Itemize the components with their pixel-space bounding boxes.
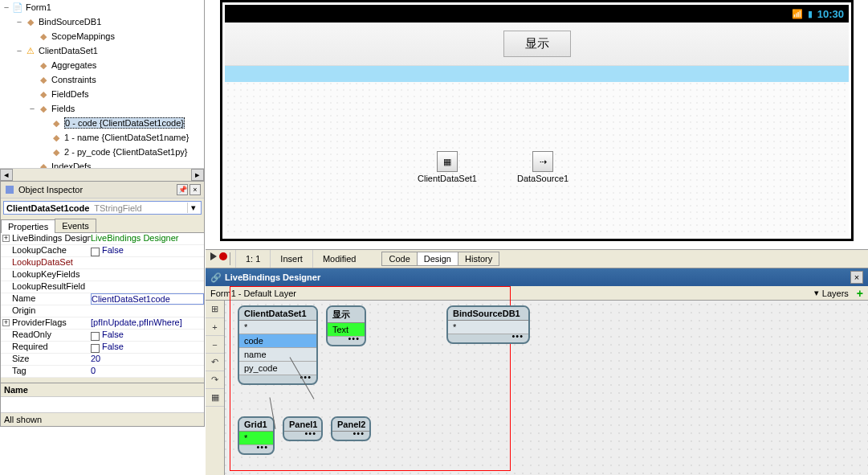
close-icon[interactable]: ×	[850, 271, 863, 284]
node-header[interactable]: Grid1	[239, 418, 273, 432]
play-icon[interactable]	[210, 252, 217, 260]
property-row[interactable]: Tag0	[1, 366, 204, 378]
pin-icon[interactable]: 📌	[177, 184, 188, 195]
property-row[interactable]: LookupCacheFalse	[1, 245, 204, 257]
tree-item[interactable]: ◆Constraints	[0, 72, 204, 87]
chevron-down-icon[interactable]: ▾	[187, 203, 198, 213]
add-icon[interactable]: +	[857, 287, 863, 300]
node-panel2[interactable]: Panel2 •••	[331, 416, 371, 441]
zoom-fit-icon[interactable]: ⊞	[206, 301, 224, 318]
tree-item[interactable]: ◆1 - name {ClientDataSet1name}	[0, 130, 204, 145]
lbd-title-text: LiveBindings Designer	[225, 272, 320, 282]
property-row[interactable]: LiveBindings Designer+LiveBindings Desig…	[1, 233, 204, 245]
component-icon: ◆	[50, 145, 63, 158]
undo-icon[interactable]: ↶	[206, 354, 224, 371]
node-header[interactable]: BindSourceDB1	[448, 307, 528, 321]
property-row[interactable]: ReadOnlyFalse	[1, 330, 204, 342]
tab-history[interactable]: History	[458, 252, 499, 266]
property-row[interactable]: NameClientDataSet1code	[1, 293, 204, 305]
more-icon[interactable]: •••	[511, 331, 524, 341]
property-value[interactable]: LiveBindings Designer	[91, 233, 204, 244]
component-clientdataset[interactable]: ▦ ClientDataSet1	[418, 151, 477, 183]
node-grid1[interactable]: Grid1 * •••	[238, 416, 275, 455]
component-datasource[interactable]: ⇢ DataSource1	[517, 151, 568, 183]
oi-selector[interactable]: ClientDataSet1code TStringField ▾	[3, 201, 202, 215]
expand-icon[interactable]: +	[2, 319, 10, 326]
checkbox[interactable]	[91, 332, 100, 341]
property-row[interactable]: ProviderFlags+[pfInUpdate,pfInWhere]	[1, 317, 204, 330]
node-field[interactable]: *	[239, 321, 316, 334]
expand-icon[interactable]: −	[2, 2, 11, 12]
more-icon[interactable]: •••	[348, 334, 360, 343]
expand-icon[interactable]: −	[27, 104, 37, 113]
component-icon: ◆	[24, 15, 37, 28]
property-value[interactable]: False	[91, 342, 204, 353]
expand-icon[interactable]: −	[14, 17, 24, 27]
tree-item[interactable]: ◆FieldDefs	[0, 87, 204, 101]
property-row[interactable]: LookupDataSet	[1, 257, 204, 269]
tab-design[interactable]: Design	[417, 252, 458, 266]
node-header[interactable]: 显示	[328, 307, 365, 323]
grid-icon[interactable]: ▦	[206, 389, 224, 407]
checkbox[interactable]	[91, 248, 100, 256]
dataset-icon: ▦	[437, 151, 458, 172]
property-row[interactable]: Origin	[1, 305, 204, 317]
more-icon[interactable]: •••	[352, 428, 365, 438]
property-value[interactable]: 0	[91, 366, 204, 377]
property-value[interactable]: 20	[91, 354, 204, 365]
device-body[interactable]: 显示 ▦ ClientDataSet1 ⇢ DataSource1	[225, 23, 849, 236]
expand-icon[interactable]: +	[2, 235, 10, 242]
close-icon[interactable]: ×	[189, 184, 201, 195]
tree-item[interactable]: ◆ScopeMappings	[0, 29, 204, 43]
property-value[interactable]	[91, 281, 204, 293]
property-row[interactable]: LookupResultField	[1, 281, 204, 293]
node-header[interactable]: ClientDataSet1	[239, 307, 316, 321]
property-value[interactable]: ClientDataSet1code	[91, 293, 204, 305]
node-bindsourcedb1[interactable]: BindSourceDB1 * •••	[446, 305, 530, 344]
zoom-out-icon[interactable]: −	[206, 336, 224, 354]
tab-properties[interactable]: Properties	[1, 219, 55, 233]
node-field[interactable]: name	[239, 348, 316, 362]
panel2[interactable]	[225, 66, 849, 82]
tree-item[interactable]: − 📄 Form1	[0, 0, 204, 14]
checkbox[interactable]	[91, 344, 100, 353]
scroll-right-icon[interactable]: ▸	[191, 169, 204, 181]
expand-icon[interactable]: −	[14, 46, 24, 55]
property-name: LookupKeyFields	[1, 269, 91, 280]
property-list[interactable]: LiveBindings Designer+LiveBindings Desig…	[1, 233, 204, 378]
property-row[interactable]: Size20	[1, 354, 204, 366]
zoom-in-icon[interactable]: +	[206, 318, 224, 336]
property-value[interactable]: [pfInUpdate,pfInWhere]	[91, 317, 204, 329]
property-value[interactable]: False	[91, 330, 204, 341]
h-scrollbar[interactable]: ◂ ▸	[0, 168, 204, 181]
redo-icon[interactable]: ↷	[206, 371, 224, 389]
layers-button[interactable]: Layers	[822, 289, 849, 298]
more-icon[interactable]: •••	[256, 442, 268, 452]
tree-item[interactable]: ◆Aggregates	[0, 58, 204, 72]
chevron-down-icon[interactable]: ▾	[814, 288, 819, 298]
panel1[interactable]: 显示	[225, 23, 849, 66]
scroll-left-icon[interactable]: ◂	[0, 169, 13, 181]
more-icon[interactable]: •••	[304, 428, 316, 438]
lbd-canvas[interactable]: ⊞ + − ↶ ↷ ▦ ClientDataSet1 * code name p…	[206, 301, 868, 475]
node-display[interactable]: 显示 Text •••	[326, 305, 366, 346]
record-icon[interactable]	[219, 252, 227, 260]
node-field[interactable]: code	[239, 334, 316, 348]
property-value[interactable]	[91, 305, 204, 317]
property-value[interactable]	[91, 257, 204, 268]
property-value[interactable]	[91, 269, 204, 280]
node-panel1[interactable]: Panel1 •••	[283, 416, 323, 441]
node-clientdataset1[interactable]: ClientDataSet1 * code name py_code •••	[238, 305, 318, 385]
property-value[interactable]: False	[91, 245, 204, 256]
structure-tree[interactable]: − 📄 Form1 −◆BindSourceDB1◆ScopeMappings−…	[0, 0, 205, 181]
tree-item[interactable]: ◆2 - py_code {ClientDataSet1py}	[0, 145, 204, 159]
tree-item[interactable]: ◆0 - code {ClientDataSet1code}	[0, 116, 204, 130]
property-row[interactable]: LookupKeyFields	[1, 269, 204, 281]
tree-item[interactable]: −◆BindSourceDB1	[0, 14, 204, 29]
property-row[interactable]: RequiredFalse	[1, 342, 204, 354]
tab-events[interactable]: Events	[55, 219, 96, 232]
show-button[interactable]: 显示	[503, 31, 571, 57]
tree-item[interactable]: −◆Fields	[0, 101, 204, 116]
tree-item[interactable]: −⚠ClientDataSet1	[0, 43, 204, 58]
tab-code[interactable]: Code	[381, 252, 417, 266]
